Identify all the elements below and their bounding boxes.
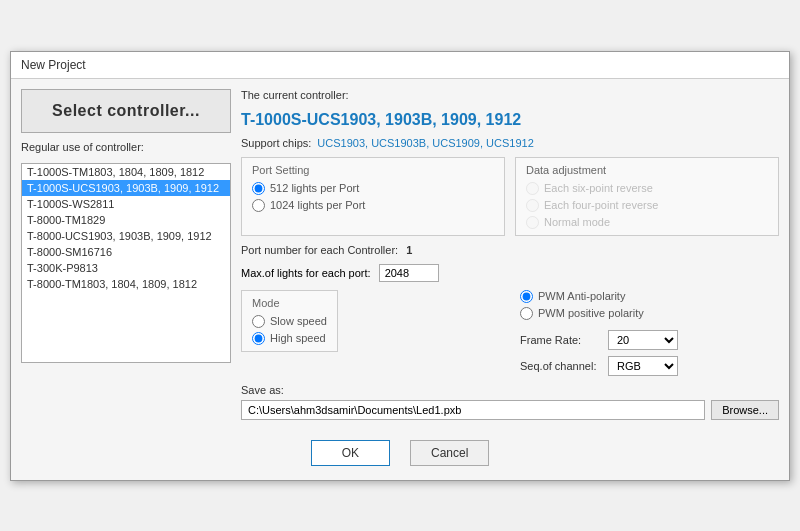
save-as-row: Browse... (241, 400, 779, 420)
normal-mode-radio[interactable] (526, 216, 539, 229)
seq-channel-select[interactable]: RGB RBG GRB GBR BRG BGR (608, 356, 678, 376)
port-number-value: 1 (406, 244, 412, 256)
mode-left: Mode Slow speed High speed (241, 290, 500, 376)
list-item[interactable]: T-1000S-TM1803, 1804, 1809, 1812 (22, 164, 230, 180)
max-lights-label: Max.of lights for each port: (241, 267, 371, 279)
mode-section: Mode Slow speed High speed (241, 290, 779, 376)
list-item[interactable]: T-8000-TM1829 (22, 212, 230, 228)
mode-box: Mode Slow speed High speed (241, 290, 338, 352)
support-chips-value: UCS1903, UCS1903B, UCS1909, UCS1912 (317, 137, 533, 149)
port-512-option[interactable]: 512 lights per Port (252, 182, 494, 195)
data-adjustment-box: Data adjustment Each six-point reverse E… (515, 157, 779, 236)
max-lights-row: Max.of lights for each port: (241, 264, 779, 282)
data-adj-radio-group: Each six-point reverse Each four-point r… (526, 182, 768, 229)
max-lights-input[interactable] (379, 264, 439, 282)
frame-rate-select[interactable]: 20 25 30 40 50 (608, 330, 678, 350)
settings-row: Port Setting 512 lights per Port 1024 li… (241, 157, 779, 236)
browse-button[interactable]: Browse... (711, 400, 779, 420)
save-as-section: Save as: Browse... (241, 384, 779, 420)
current-controller-name: T-1000S-UCS1903, 1903B, 1909, 1912 (241, 111, 779, 129)
four-point-radio[interactable] (526, 199, 539, 212)
list-item[interactable]: T-1000S-UCS1903, 1903B, 1909, 1912 (22, 180, 230, 196)
data-adjustment-title: Data adjustment (526, 164, 768, 176)
cancel-button[interactable]: Cancel (410, 440, 489, 466)
controller-list[interactable]: T-1000S-TM1803, 1804, 1809, 1812T-1000S-… (21, 163, 231, 363)
four-point-option[interactable]: Each four-point reverse (526, 199, 768, 212)
pwm-positive-option[interactable]: PWM positive polarity (520, 307, 779, 320)
select-controller-button[interactable]: Select controller... (21, 89, 231, 133)
port-number-label: Port number for each Controller: (241, 244, 398, 256)
list-item[interactable]: T-8000-TM1803, 1804, 1809, 1812 (22, 276, 230, 292)
current-controller-label: The current controller: (241, 89, 779, 101)
port-1024-radio[interactable] (252, 199, 265, 212)
port-512-radio[interactable] (252, 182, 265, 195)
high-speed-radio[interactable] (252, 332, 265, 345)
save-as-input[interactable] (241, 400, 705, 420)
save-as-label: Save as: (241, 384, 779, 396)
frame-rate-label: Frame Rate: (520, 334, 600, 346)
pwm-box: PWM Anti-polarity PWM positive polarity … (520, 290, 779, 376)
port-1024-option[interactable]: 1024 lights per Port (252, 199, 494, 212)
pwm-positive-radio[interactable] (520, 307, 533, 320)
high-speed-option[interactable]: High speed (252, 332, 327, 345)
mode-title: Mode (252, 297, 327, 309)
slow-speed-radio[interactable] (252, 315, 265, 328)
title-bar: New Project (11, 52, 789, 79)
pwm-anti-radio[interactable] (520, 290, 533, 303)
port-setting-title: Port Setting (252, 164, 494, 176)
right-panel: The current controller: T-1000S-UCS1903,… (241, 89, 779, 420)
support-chips-row: Support chips: UCS1903, UCS1903B, UCS190… (241, 137, 779, 149)
six-point-option[interactable]: Each six-point reverse (526, 182, 768, 195)
left-panel: Select controller... Regular use of cont… (21, 89, 231, 420)
list-item[interactable]: T-8000-SM16716 (22, 244, 230, 260)
port-setting-box: Port Setting 512 lights per Port 1024 li… (241, 157, 505, 236)
port-radio-group: 512 lights per Port 1024 lights per Port (252, 182, 494, 212)
support-chips-label: Support chips: (241, 137, 311, 149)
mode-radio-group: Slow speed High speed (252, 315, 327, 345)
regular-use-label: Regular use of controller: (21, 141, 231, 153)
footer-buttons: OK Cancel (11, 430, 789, 480)
slow-speed-option[interactable]: Slow speed (252, 315, 327, 328)
list-item[interactable]: T-1000S-WS2811 (22, 196, 230, 212)
pwm-anti-option[interactable]: PWM Anti-polarity (520, 290, 779, 303)
list-item[interactable]: T-300K-P9813 (22, 260, 230, 276)
seq-channel-row: Seq.of channel: RGB RBG GRB GBR BRG BGR (520, 356, 779, 376)
window-title: New Project (21, 58, 86, 72)
port-number-row: Port number for each Controller: 1 (241, 244, 779, 256)
seq-channel-label: Seq.of channel: (520, 360, 600, 372)
six-point-radio[interactable] (526, 182, 539, 195)
ok-button[interactable]: OK (311, 440, 390, 466)
list-item[interactable]: T-8000-UCS1903, 1903B, 1909, 1912 (22, 228, 230, 244)
content-area: Select controller... Regular use of cont… (11, 79, 789, 430)
frame-seq-box: Frame Rate: 20 25 30 40 50 Seq.of channe… (520, 330, 779, 376)
normal-mode-option[interactable]: Normal mode (526, 216, 768, 229)
new-project-window: New Project Select controller... Regular… (10, 51, 790, 481)
frame-rate-row: Frame Rate: 20 25 30 40 50 (520, 330, 779, 350)
